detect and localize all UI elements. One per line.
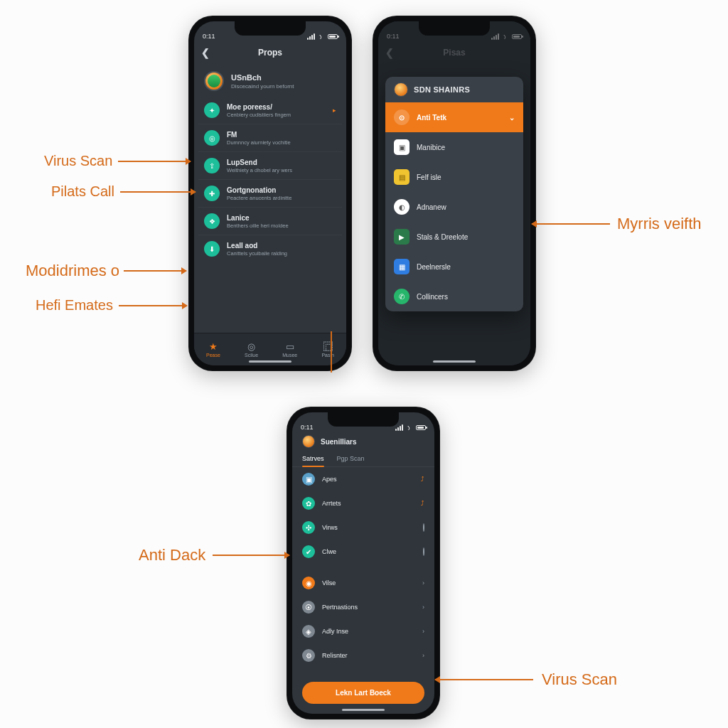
annotation-text: Anti Dack	[139, 546, 205, 564]
popup-header: SDN SHAINRS	[385, 77, 523, 102]
phone-2: 0:11 ❮ Pisas SDN SHAINRS ⊙ Anti Tetk ⌄	[373, 16, 536, 371]
category-popup: SDN SHAINRS ⊙ Anti Tetk ⌄ ▣Manibice ▤Fel…	[385, 77, 523, 311]
list-item[interactable]: ⚙Relisnter›	[292, 643, 434, 668]
card-icon: ▭	[286, 342, 294, 351]
list-item[interactable]: ◉Vilse›	[292, 571, 434, 595]
popup-item[interactable]: ✆Collincers	[385, 282, 523, 311]
popup-item[interactable]: ▤Felf isle	[385, 162, 523, 192]
feature-list: ✦ Moe poreess/ Cenbiery cudistiiers fing…	[194, 97, 346, 333]
segment-tab-1[interactable]: Satrves	[302, 449, 324, 466]
row-label: Virws	[322, 524, 338, 531]
list-item[interactable]: ✿Arrtets⤴	[292, 491, 434, 515]
annotation-pilats-call: Pilats Call	[51, 183, 196, 200]
popup-item-label: Manibice	[417, 144, 445, 151]
popup-item[interactable]: ▦Deelnersle	[385, 252, 523, 282]
list-item[interactable]: ❖ Lanice Benthers oille heri moldee	[198, 208, 342, 235]
profile-row[interactable]: USnBch Discecaind yourn befornt	[194, 64, 346, 97]
home-indicator	[433, 360, 476, 363]
chevron-right-icon: ›	[422, 628, 424, 635]
popup-item-label: Deelnersle	[417, 263, 451, 271]
nav-bar: ❮ Props	[194, 41, 346, 64]
popup-list: ▣Manibice ▤Felf isle ◐Adnanew ▶Stals & D…	[385, 132, 523, 311]
notch	[235, 21, 306, 36]
row-title: Gortgnonation	[227, 186, 336, 194]
chevron-right-icon: ›	[422, 604, 424, 611]
check-icon: ✔	[302, 545, 315, 558]
popup-selected-row[interactable]: ⊙ Anti Tetk ⌄	[385, 102, 523, 132]
header-title: Suenilliars	[321, 438, 357, 446]
annotation-myrris-veifth: Myrris veifth	[532, 215, 702, 233]
row-subtitle: Dumnncy aiurniety vochitle	[227, 139, 336, 146]
row-label: Pertnastions	[322, 604, 358, 611]
doc-icon: ▦	[394, 259, 410, 274]
list-item[interactable]: ⇪ LupSend Weithiety a dhobel ary wers	[198, 152, 342, 180]
leaf-icon: ✿	[302, 497, 315, 510]
annotation-text: Myrris veifth	[617, 215, 702, 233]
tab-label: Pgp Scan	[337, 455, 365, 462]
row-title: FM	[227, 131, 336, 139]
tab-label: Scilue	[245, 353, 258, 358]
list-item[interactable]: ⦿Pertnastions›	[292, 595, 434, 619]
tab-2[interactable]: ◎Scilue	[245, 342, 258, 358]
battery-icon	[328, 34, 338, 39]
popup-item[interactable]: ◐Adnanew	[385, 192, 523, 222]
tab-label: Pease	[206, 353, 220, 358]
annotation-virus-scan-2: Virus Scan	[435, 670, 617, 689]
chevron-right-icon: ▸	[333, 107, 336, 114]
home-indicator	[249, 360, 291, 363]
list-item[interactable]: ✦ Moe poreess/ Cenbiery cudistiiers fing…	[198, 97, 342, 124]
popup-title: SDN SHAINRS	[414, 85, 470, 94]
tab-label: Musee	[282, 353, 297, 358]
avatar	[302, 435, 315, 448]
list-item[interactable]: ⬇ Leall aod Canittels yculballe ralding	[198, 235, 342, 262]
row-label: Clwe	[322, 548, 336, 555]
popup-item-label: Stals & Dreelote	[417, 233, 468, 241]
segment-tab-2[interactable]: Pgp Scan	[337, 449, 365, 466]
row-label: Apes	[322, 476, 337, 483]
cta-label: Lekn Lart Boeck	[336, 689, 391, 697]
scan-list: ▣Apes⤴ ✿Arrtets⤴ ✣Virws ✔Clwe ◉Vilse› ⦿P…	[292, 467, 434, 675]
notch	[419, 21, 490, 36]
lock-icon: ⦿	[302, 601, 315, 614]
row-subtitle: Benthers oille heri moldee	[227, 223, 336, 229]
phone-3: 0:11 Suenilliars Satrves Pgp Scan ▣Apes⤴…	[287, 407, 440, 719]
list-item[interactable]: ▣Apes⤴	[292, 467, 434, 491]
chevron-right-icon: ›	[422, 652, 424, 659]
folder-icon: ▤	[394, 169, 410, 185]
tab-home[interactable]: ★Pease	[206, 342, 220, 358]
share-icon[interactable]: ⤴	[421, 500, 424, 507]
row-icon: ❖	[204, 213, 220, 229]
row-icon: ✦	[204, 102, 220, 118]
radio-icon[interactable]	[423, 523, 424, 532]
share-icon[interactable]: ⤴	[421, 476, 424, 483]
popup-item-label: Felf isle	[417, 173, 441, 181]
annotation-hefi-emates: Hefi Emates	[36, 297, 187, 314]
row-label: Arrtets	[322, 500, 341, 507]
list-item[interactable]: ✣Virws	[292, 515, 434, 540]
stats-icon: ▶	[394, 229, 410, 245]
row-subtitle: Canittels yculballe ralding	[227, 250, 336, 257]
back-icon[interactable]: ❮	[201, 47, 210, 58]
gear-icon: ⚙	[302, 649, 315, 662]
tab-4[interactable]: ⿸Pasin	[321, 342, 334, 358]
row-icon: ⬇	[204, 241, 220, 257]
popup-item[interactable]: ▣Manibice	[385, 132, 523, 162]
tab-3[interactable]: ▭Musee	[282, 342, 297, 358]
row-title: LupSend	[227, 159, 336, 166]
popup-item[interactable]: ▶Stals & Dreelote	[385, 222, 523, 252]
status-time: 0:11	[301, 424, 314, 431]
avatar	[204, 71, 224, 91]
chevron-right-icon: ›	[422, 579, 424, 587]
radio-icon[interactable]	[423, 547, 424, 556]
tab-label: Pasin	[321, 353, 334, 358]
list-item[interactable]: ◎ FM Dumnncy aiurniety vochitle	[198, 124, 342, 152]
scan-button[interactable]: Lekn Lart Boeck	[302, 682, 424, 704]
wifi-icon	[318, 34, 325, 40]
list-item[interactable]: ◈Adly Inse›	[292, 619, 434, 643]
notch	[328, 412, 399, 427]
phone-icon: ✆	[394, 289, 410, 304]
list-item[interactable]: ✔Clwe	[292, 540, 434, 564]
globe-icon: ◐	[394, 199, 410, 215]
popup-item-label: Adnanew	[417, 203, 446, 211]
list-item[interactable]: ✚ Gortgnonation Peactere anucents ardini…	[198, 180, 342, 208]
